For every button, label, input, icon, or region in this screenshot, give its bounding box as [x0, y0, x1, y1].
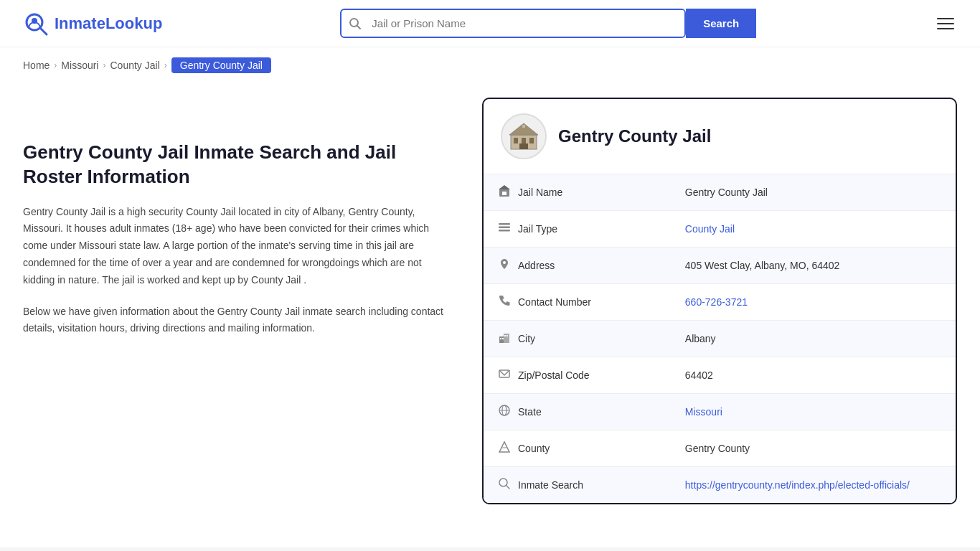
- value-cell: 405 West Clay, Albany, MO, 64402: [678, 248, 956, 284]
- field-label: Address: [518, 260, 555, 271]
- right-column: Gentry County Jail Jail Name Gentry Coun…: [482, 98, 957, 504]
- value-cell: Missouri: [678, 394, 956, 430]
- field-label: Inmate Search: [518, 479, 583, 491]
- phone-icon: [498, 294, 511, 310]
- breadcrumb-home[interactable]: Home: [23, 60, 50, 71]
- svg-rect-8: [522, 138, 526, 143]
- main-content: Gentry County Jail Inmate Search and Jai…: [0, 83, 980, 533]
- svg-line-32: [507, 486, 510, 489]
- value-cell: https://gentrycounty.net/index.php/elect…: [678, 467, 956, 504]
- field-label: Contact Number: [518, 296, 591, 308]
- svg-rect-24: [504, 335, 506, 336]
- field-label: Jail Name: [518, 187, 562, 198]
- page-description-2: Below we have given information about th…: [23, 303, 453, 338]
- jail-avatar: [501, 113, 547, 159]
- table-row: Jail Name Gentry County Jail: [484, 174, 956, 211]
- label-cell: Jail Type: [484, 211, 678, 248]
- page-description-1: Gentry County Jail is a high security Co…: [23, 204, 453, 289]
- table-row: Zip/Postal Code 64402: [484, 357, 956, 394]
- list-icon: [498, 221, 511, 237]
- search-button[interactable]: Search: [686, 9, 756, 38]
- field-value-link[interactable]: 660-726-3721: [685, 296, 748, 308]
- chevron-icon-2: ›: [103, 60, 105, 70]
- field-value-link[interactable]: County Jail: [685, 223, 735, 235]
- field-value-link[interactable]: Missouri: [685, 406, 722, 418]
- search-icon-wrap: [341, 11, 369, 36]
- table-row: State Missouri: [484, 394, 956, 430]
- table-row: Inmate Search https://gentrycounty.net/i…: [484, 467, 956, 504]
- breadcrumb-state[interactable]: Missouri: [61, 60, 98, 71]
- building-icon: [498, 184, 511, 200]
- svg-rect-10: [519, 143, 528, 149]
- card-title: Gentry County Jail: [558, 126, 711, 146]
- mail-icon: [498, 367, 511, 383]
- hamburger-line-1: [937, 18, 954, 19]
- value-cell: 660-726-3721: [678, 284, 956, 321]
- svg-rect-7: [514, 138, 518, 143]
- page-title: Gentry County Jail Inmate Search and Jai…: [23, 141, 453, 189]
- svg-rect-18: [499, 230, 510, 232]
- logo-link[interactable]: InmateLookup: [23, 11, 162, 37]
- label-cell: Zip/Postal Code: [484, 357, 678, 394]
- label-cell: Jail Name: [484, 174, 678, 211]
- field-label: State: [518, 406, 542, 418]
- field-label: City: [518, 333, 535, 344]
- table-row: City Albany: [484, 321, 956, 357]
- value-cell: 64402: [678, 357, 956, 394]
- county-icon: [498, 441, 511, 456]
- field-label: County: [518, 443, 550, 454]
- search-icon: [349, 17, 362, 30]
- info-card: Gentry County Jail Jail Name Gentry Coun…: [482, 98, 957, 504]
- globe-icon: [498, 404, 511, 420]
- svg-rect-15: [504, 192, 507, 195]
- table-row: Address 405 West Clay, Albany, MO, 64402: [484, 248, 956, 284]
- breadcrumb: Home › Missouri › County Jail › Gentry C…: [0, 47, 980, 83]
- field-label: Zip/Postal Code: [518, 369, 590, 381]
- svg-marker-13: [499, 185, 510, 189]
- svg-rect-23: [502, 338, 504, 339]
- label-cell: County: [484, 430, 678, 467]
- logo-text: InmateLookup: [55, 14, 162, 33]
- svg-rect-25: [507, 335, 508, 336]
- label-cell: City: [484, 321, 678, 357]
- svg-rect-11: [522, 125, 525, 128]
- left-column: Gentry County Jail Inmate Search and Jai…: [23, 98, 482, 504]
- hamburger-menu[interactable]: [934, 15, 957, 32]
- label-cell: Contact Number: [484, 284, 678, 321]
- label-cell: State: [484, 394, 678, 430]
- hamburger-line-2: [937, 23, 954, 24]
- location-icon: [498, 258, 511, 273]
- chevron-icon-1: ›: [54, 60, 57, 70]
- search-input[interactable]: [369, 10, 684, 37]
- footer-bar: [0, 547, 980, 551]
- label-cell: Inmate Search: [484, 467, 678, 504]
- svg-rect-9: [529, 138, 534, 143]
- table-row: Contact Number 660-726-3721: [484, 284, 956, 321]
- field-value-link[interactable]: https://gentrycounty.net/index.php/elect…: [685, 479, 910, 491]
- svg-line-4: [357, 25, 361, 29]
- svg-rect-17: [499, 227, 510, 229]
- site-header: InmateLookup Search: [0, 0, 980, 47]
- city-icon: [498, 331, 511, 347]
- card-header: Gentry County Jail: [484, 99, 956, 174]
- breadcrumb-current: Gentry County Jail: [171, 57, 271, 73]
- svg-rect-21: [504, 334, 509, 343]
- info-table: Jail Name Gentry County Jail Jail Type C…: [484, 174, 956, 503]
- svg-rect-14: [502, 192, 504, 195]
- search-icon: [498, 477, 511, 493]
- table-row: County Gentry County: [484, 430, 956, 467]
- breadcrumb-type[interactable]: County Jail: [110, 60, 159, 71]
- value-cell: County Jail: [678, 211, 956, 248]
- svg-point-19: [503, 261, 506, 264]
- courthouse-icon: [507, 119, 541, 154]
- svg-rect-22: [500, 338, 501, 339]
- svg-line-1: [40, 28, 47, 34]
- value-cell: Gentry County Jail: [678, 174, 956, 211]
- field-label: Jail Type: [518, 223, 557, 235]
- svg-rect-16: [499, 223, 510, 225]
- logo-icon: [23, 11, 49, 37]
- value-cell: Gentry County: [678, 430, 956, 467]
- value-cell: Albany: [678, 321, 956, 357]
- search-wrapper: [340, 9, 686, 38]
- search-area: Search: [340, 9, 756, 38]
